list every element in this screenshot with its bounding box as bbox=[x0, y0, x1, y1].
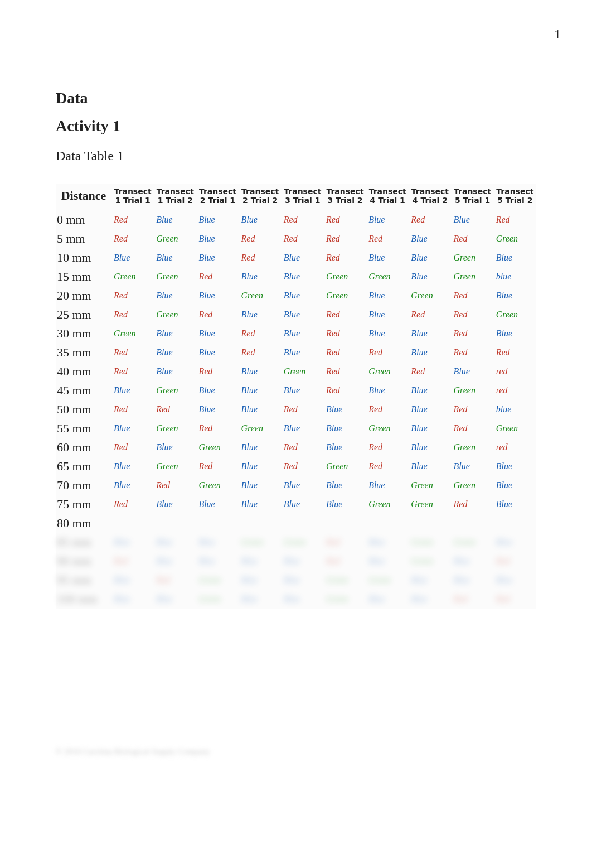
value-cell: Blue bbox=[239, 362, 282, 381]
value-cell: red bbox=[494, 362, 536, 381]
col-t2-1: Transect 2 Trial 1 bbox=[196, 184, 239, 210]
value-cell: Green bbox=[154, 457, 196, 476]
value-cell: Red bbox=[324, 248, 366, 267]
value-cell: Green bbox=[366, 362, 409, 381]
value-cell: Blue bbox=[282, 248, 324, 267]
value-cell: Blue bbox=[282, 419, 324, 438]
value-cell: Red bbox=[409, 362, 451, 381]
value-cell: Green bbox=[324, 590, 366, 609]
table-row: 25 mmRedGreenRedBlueBlueRedBlueRedRedGre… bbox=[56, 305, 536, 324]
value-cell: Blue bbox=[154, 286, 196, 305]
value-cell: Blue bbox=[494, 476, 536, 495]
table-row: 95 mmBlueRedGreenBlueBlueGreenGreenBlueB… bbox=[56, 571, 536, 590]
value-cell: Green bbox=[452, 476, 494, 495]
value-cell: Blue bbox=[111, 419, 154, 438]
value-cell: Blue bbox=[452, 210, 494, 229]
value-cell bbox=[111, 514, 154, 533]
value-cell: Red bbox=[452, 343, 494, 362]
value-cell: Blue bbox=[409, 400, 451, 419]
value-cell: Red bbox=[282, 438, 324, 457]
value-cell bbox=[366, 514, 409, 533]
footer-copyright-blurred: © 2016 Carolina Biological Supply Compan… bbox=[56, 748, 210, 756]
table-row: 60 mmRedBlueGreenBlueRedBlueRedBlueGreen… bbox=[56, 438, 536, 457]
value-cell: Green bbox=[366, 267, 409, 286]
table-row: 20 mmRedBlueBlueGreenBlueGreenBlueGreenR… bbox=[56, 286, 536, 305]
table-header-row: Distance Transect 1 Trial 1 Transect 1 T… bbox=[56, 184, 536, 210]
table-row: 35 mmRedBlueBlueRedBlueRedRedBlueRedRed bbox=[56, 343, 536, 362]
distance-cell: 70 mm bbox=[56, 476, 111, 495]
value-cell: Red bbox=[111, 438, 154, 457]
distance-cell: 55 mm bbox=[56, 419, 111, 438]
value-cell: Green bbox=[154, 381, 196, 400]
value-cell: Blue bbox=[452, 362, 494, 381]
value-cell: Blue bbox=[452, 571, 494, 590]
value-cell: Green bbox=[196, 476, 239, 495]
value-cell: Red bbox=[324, 210, 366, 229]
value-cell: Blue bbox=[409, 590, 451, 609]
value-cell: Blue bbox=[196, 552, 239, 571]
value-cell: Red bbox=[111, 210, 154, 229]
value-cell: Blue bbox=[409, 324, 451, 343]
value-cell: Green bbox=[239, 419, 282, 438]
value-cell: Red bbox=[366, 343, 409, 362]
value-cell: Green bbox=[324, 571, 366, 590]
value-cell: Blue bbox=[494, 533, 536, 552]
value-cell: Blue bbox=[366, 286, 409, 305]
page-number: 1 bbox=[554, 27, 561, 42]
value-cell: Red bbox=[494, 343, 536, 362]
value-cell: Red bbox=[452, 419, 494, 438]
value-cell: Blue bbox=[494, 248, 536, 267]
value-cell: Blue bbox=[366, 476, 409, 495]
table-row: 40 mmRedBlueRedBlueGreenRedGreenRedBluer… bbox=[56, 362, 536, 381]
value-cell: Blue bbox=[409, 267, 451, 286]
value-cell: Red bbox=[366, 438, 409, 457]
value-cell: Blue bbox=[409, 419, 451, 438]
distance-cell: 80 mm bbox=[56, 514, 111, 533]
value-cell: Green bbox=[324, 267, 366, 286]
value-cell: Red bbox=[282, 210, 324, 229]
distance-cell: 100 mm bbox=[56, 590, 111, 609]
value-cell: Blue bbox=[111, 533, 154, 552]
col-t4-1: Transect 4 Trial 1 bbox=[366, 184, 409, 210]
value-cell: Red bbox=[196, 305, 239, 324]
value-cell: Blue bbox=[282, 590, 324, 609]
table-row: 5 mmRedGreenBlueRedRedRedRedBlueRedGreen bbox=[56, 229, 536, 248]
table-row: 75 mmRedBlueBlueBlueBlueBlueGreenGreenRe… bbox=[56, 495, 536, 514]
value-cell: Red bbox=[324, 324, 366, 343]
value-cell: Green bbox=[452, 381, 494, 400]
value-cell: Red bbox=[494, 210, 536, 229]
value-cell: Red bbox=[452, 590, 494, 609]
value-cell: Green bbox=[409, 286, 451, 305]
value-cell: Blue bbox=[154, 210, 196, 229]
value-cell: Red bbox=[366, 229, 409, 248]
value-cell: Blue bbox=[282, 343, 324, 362]
value-cell: Blue bbox=[366, 324, 409, 343]
value-cell: Green bbox=[366, 419, 409, 438]
value-cell: Red bbox=[324, 381, 366, 400]
value-cell: Red bbox=[282, 400, 324, 419]
table-row: 85 mmBlueBlueBlueGreenGreenRedBlueGreenG… bbox=[56, 533, 536, 552]
table-row: 45 mmBlueGreenBlueBlueBlueRedBlueBlueGre… bbox=[56, 381, 536, 400]
value-cell bbox=[239, 514, 282, 533]
value-cell: Blue bbox=[196, 286, 239, 305]
value-cell: Green bbox=[409, 533, 451, 552]
distance-cell: 25 mm bbox=[56, 305, 111, 324]
value-cell: Red bbox=[111, 400, 154, 419]
value-cell: Blue bbox=[409, 381, 451, 400]
value-cell: Red bbox=[239, 229, 282, 248]
value-cell: Green bbox=[452, 438, 494, 457]
value-cell bbox=[409, 514, 451, 533]
table-row: 90 mmRedBlueBlueBlueBlueRedBlueGreenBlue… bbox=[56, 552, 536, 571]
value-cell bbox=[282, 514, 324, 533]
distance-cell: 5 mm bbox=[56, 229, 111, 248]
value-cell: Blue bbox=[196, 533, 239, 552]
value-cell: Blue bbox=[452, 457, 494, 476]
value-cell: Blue bbox=[282, 495, 324, 514]
value-cell: Green bbox=[196, 438, 239, 457]
value-cell: Green bbox=[452, 248, 494, 267]
value-cell: Blue bbox=[239, 381, 282, 400]
value-cell: Blue bbox=[366, 552, 409, 571]
value-cell: Blue bbox=[196, 248, 239, 267]
value-cell: Blue bbox=[239, 305, 282, 324]
value-cell: Red bbox=[111, 343, 154, 362]
